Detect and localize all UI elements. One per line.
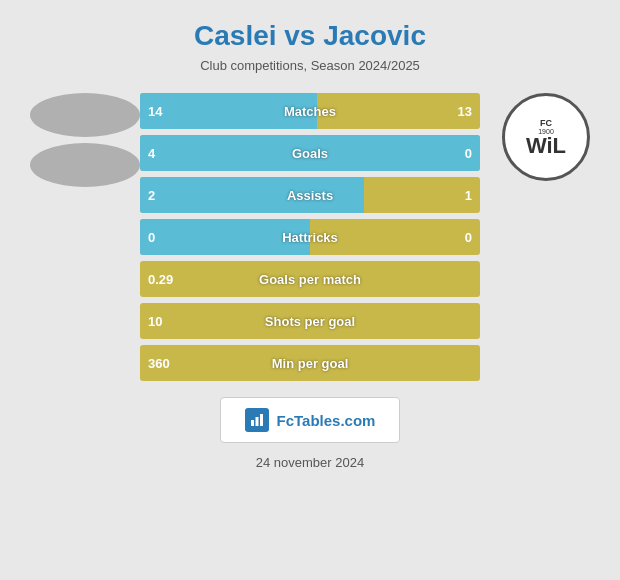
stat-rows-container: 14Matches134Goals02Assists10Hattricks00.…: [140, 93, 480, 381]
fc-wil-logo: FC 1900 WiL: [502, 93, 590, 181]
stat-left-value: 0.29: [148, 272, 173, 287]
stat-bar-container: 360Min per goal: [140, 345, 480, 381]
stat-label: Matches: [284, 104, 336, 119]
fctables-icon: [245, 408, 269, 432]
page-title: Caslei vs Jacovic: [194, 20, 426, 52]
right-logo-area: FC 1900 WiL: [502, 93, 590, 181]
stat-right-value: 0: [465, 230, 472, 245]
stat-row: 4Goals0: [140, 135, 480, 171]
stat-row: 10Shots per goal: [140, 303, 480, 339]
stat-bar-container: 10Shots per goal: [140, 303, 480, 339]
stat-row: 0.29Goals per match: [140, 261, 480, 297]
svg-rect-2: [260, 414, 263, 426]
stat-right-value: 0: [465, 146, 472, 161]
stat-label: Goals: [292, 146, 328, 161]
stat-left-value: 14: [148, 104, 162, 119]
left-avatar-bottom: [30, 143, 140, 187]
fctables-label: FcTables.com: [277, 412, 376, 429]
wil-label: WiL: [526, 135, 566, 157]
stat-left-value: 10: [148, 314, 162, 329]
left-avatars-area: [30, 93, 140, 187]
stat-label: Shots per goal: [265, 314, 355, 329]
stat-row: 0Hattricks0: [140, 219, 480, 255]
left-avatar-top: [30, 93, 140, 137]
stat-row: 360Min per goal: [140, 345, 480, 381]
stat-label: Assists: [287, 188, 333, 203]
stat-left-value: 2: [148, 188, 155, 203]
stat-label: Goals per match: [259, 272, 361, 287]
svg-rect-1: [255, 417, 258, 426]
stat-left-value: 360: [148, 356, 170, 371]
stat-right-value: 1: [465, 188, 472, 203]
stats-section: FC 1900 WiL 14Matches134Goals02Assists10…: [20, 93, 600, 381]
stat-bar-container: 0Hattricks0: [140, 219, 480, 255]
stat-right-value: 13: [458, 104, 472, 119]
date-label: 24 november 2024: [256, 455, 364, 470]
svg-rect-0: [251, 420, 254, 426]
stat-bar-container: 4Goals0: [140, 135, 480, 171]
stat-row: 2Assists1: [140, 177, 480, 213]
fc-label: FC: [540, 118, 552, 128]
stat-left-value: 4: [148, 146, 155, 161]
fctables-banner: FcTables.com: [220, 397, 401, 443]
stat-bar-container: 0.29Goals per match: [140, 261, 480, 297]
stat-left-value: 0: [148, 230, 155, 245]
stat-bar-container: 14Matches13: [140, 93, 480, 129]
page-subtitle: Club competitions, Season 2024/2025: [200, 58, 420, 73]
stat-label: Hattricks: [282, 230, 338, 245]
stat-row: 14Matches13: [140, 93, 480, 129]
stat-label: Min per goal: [272, 356, 349, 371]
stat-bar-container: 2Assists1: [140, 177, 480, 213]
